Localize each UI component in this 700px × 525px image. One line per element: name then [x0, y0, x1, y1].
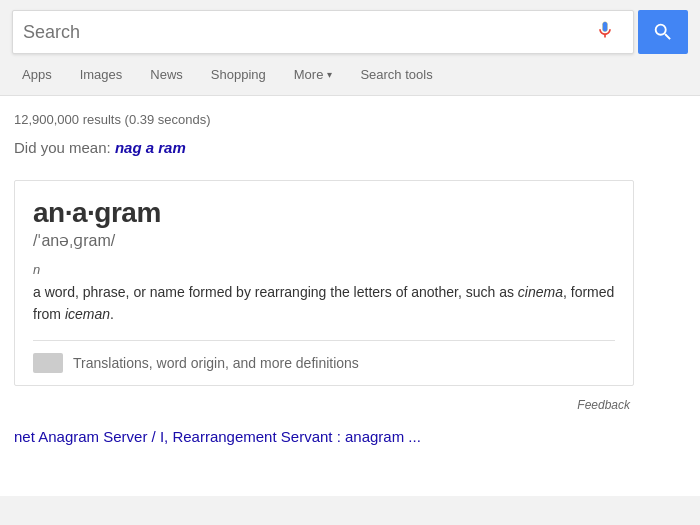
bottom-result: net Anagram Server / I, Rearrangement Se…: [14, 418, 700, 445]
dictionary-card: an·a·gram /ˈanəˌɡram/ n a word, phrase, …: [14, 180, 634, 386]
dict-more-text: Translations, word origin, and more defi…: [73, 355, 359, 371]
dict-example1: cinema: [518, 284, 563, 300]
tab-images[interactable]: Images: [66, 54, 137, 96]
dict-example2: iceman: [65, 306, 110, 322]
feedback-link[interactable]: Feedback: [577, 398, 630, 412]
mic-button[interactable]: [595, 20, 615, 44]
tab-shopping[interactable]: Shopping: [197, 54, 280, 96]
dict-definition-end: .: [110, 306, 114, 322]
tab-news[interactable]: News: [136, 54, 197, 96]
dict-part-of-speech: n: [33, 258, 615, 279]
dict-word: an·a·gram: [33, 197, 615, 229]
results-container: 12,900,000 results (0.39 seconds) Did yo…: [0, 96, 700, 496]
did-you-mean: Did you mean: nag a ram: [14, 135, 700, 172]
dict-definition: a word, phrase, or name formed by rearra…: [33, 279, 615, 340]
did-you-mean-link[interactable]: nag a ram: [115, 139, 186, 156]
search-input[interactable]: gram: [23, 22, 595, 43]
search-button[interactable]: [638, 10, 688, 54]
dict-more-button[interactable]: Translations, word origin, and more defi…: [33, 340, 615, 385]
results-count: 12,900,000 results (0.39 seconds): [14, 106, 700, 135]
search-input-wrapper: gram: [12, 10, 634, 54]
dict-definition-text: a word, phrase, or name formed by rearra…: [33, 284, 518, 300]
dict-pronunciation: /ˈanəˌɡram/: [33, 229, 615, 258]
mic-icon: [595, 20, 615, 40]
chevron-down-icon: ▾: [327, 69, 332, 80]
tab-more[interactable]: More ▾: [280, 54, 347, 96]
bottom-result-link[interactable]: net Anagram Server / I, Rearrangement Se…: [14, 428, 421, 445]
search-icon: [652, 21, 674, 43]
nav-tabs: Apps Images News Shopping More ▾ Search …: [0, 54, 700, 96]
dict-more-icon: [33, 353, 63, 373]
tab-search-tools[interactable]: Search tools: [346, 54, 446, 96]
search-bar-container: gram: [0, 0, 700, 54]
tab-apps[interactable]: Apps: [8, 54, 66, 96]
did-you-mean-prefix: Did you mean:: [14, 139, 115, 156]
feedback-row: Feedback: [14, 394, 648, 418]
